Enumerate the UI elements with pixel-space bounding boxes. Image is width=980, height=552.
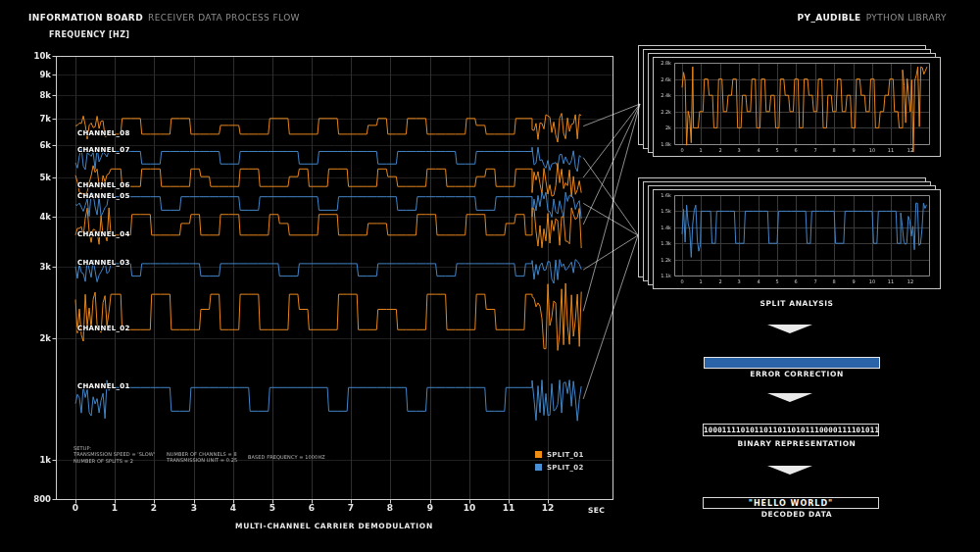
binary-representation-box: 10001111010110110110101110000111101011 xyxy=(703,424,879,436)
card-x-tick-label: 3 xyxy=(733,147,745,153)
card-x-tick-label: 8 xyxy=(828,278,840,284)
decoded-data-box: "HELLO WORLD" xyxy=(703,497,879,509)
y-tick-label: 10k xyxy=(2,51,51,61)
setup-line: NUMBER OF CHANNELS = 8 xyxy=(167,451,237,457)
card-y-tick-label: 2.8k xyxy=(654,60,671,66)
x-tick-label: 5 xyxy=(261,503,284,513)
setup-line: TRANSMISSION UNIT = 0.25 xyxy=(167,457,237,463)
channel-label: CHANNEL_06 xyxy=(77,181,130,189)
y-tick-label: 4k xyxy=(2,212,51,222)
page-subtitle: RECEIVER DATA PROCESS FLOW xyxy=(148,13,300,23)
error-correction-label: ERROR CORRECTION xyxy=(653,370,941,378)
y-tick-label: 7k xyxy=(2,114,51,124)
card-x-tick-label: 2 xyxy=(714,278,726,284)
card-x-tick-label: 4 xyxy=(753,278,764,284)
legend: SPLIT_01 SPLIT_02 xyxy=(535,448,584,474)
card-x-tick-label: 2 xyxy=(714,147,726,153)
x-tick-label: 10 xyxy=(458,503,481,513)
page-title: INFORMATION BOARD xyxy=(28,13,143,23)
x-tick-label: 9 xyxy=(418,503,442,513)
card-x-tick-label: 1 xyxy=(695,147,707,153)
split-analysis-label: SPLIT ANALYSIS xyxy=(653,299,941,308)
card-x-tick-label: 0 xyxy=(676,278,688,284)
card-x-tick-label: 11 xyxy=(885,147,897,153)
x-tick-label: 2 xyxy=(142,503,166,513)
x-axis-unit: SEC xyxy=(588,506,605,515)
y-tick-label: 9k xyxy=(2,70,51,79)
header-right: PY_AUDIBLEPYTHON LIBRARY xyxy=(797,13,947,23)
split-chart-card xyxy=(648,185,936,285)
y-tick-label: 3k xyxy=(2,262,51,272)
information-board: INFORMATION BOARDRECEIVER DATA PROCESS F… xyxy=(0,0,980,552)
legend-label: SPLIT_02 xyxy=(547,464,584,472)
channel-label: CHANNEL_08 xyxy=(77,129,130,137)
channel-label: CHANNEL_03 xyxy=(77,259,130,267)
card-x-tick-label: 10 xyxy=(866,147,878,153)
split-chart-card xyxy=(638,45,926,145)
card-y-tick-label: 2.4k xyxy=(654,92,671,98)
y-tick-label: 2k xyxy=(2,333,51,343)
y-tick-label: 5k xyxy=(2,173,51,182)
flow-arrow-down-icon xyxy=(767,325,812,334)
legend-item-split02: SPLIT_02 xyxy=(535,461,584,474)
card-y-tick-label: 2k xyxy=(654,125,671,130)
split-chart-card xyxy=(643,181,931,281)
setup-annotation-col1: SETUP: TRANSMISSION SPEED = 'SLOW' NUMBE… xyxy=(74,445,155,464)
channel-label: CHANNEL_04 xyxy=(77,230,130,238)
card-x-tick-label: 12 xyxy=(905,278,916,284)
flow-arrow-down-icon xyxy=(767,466,812,476)
card-x-tick-label: 9 xyxy=(848,278,859,284)
card-x-tick-label: 0 xyxy=(676,147,688,153)
card-x-tick-label: 11 xyxy=(885,278,897,284)
card-x-tick-label: 12 xyxy=(905,147,916,153)
card-y-tick-label: 2.2k xyxy=(654,109,671,115)
flow-arrow-down-icon xyxy=(767,393,812,403)
card-x-tick-label: 10 xyxy=(866,278,878,284)
x-axis-title: MULTI-CHANNEL CARRIER DEMODULATION xyxy=(56,522,612,530)
card-y-tick-label: 1.2k xyxy=(654,257,671,263)
split-chart-card xyxy=(643,49,931,149)
x-tick-label: 6 xyxy=(300,503,323,513)
header-left: INFORMATION BOARDRECEIVER DATA PROCESS F… xyxy=(28,13,300,23)
card-x-tick-label: 8 xyxy=(828,147,840,153)
card-x-tick-label: 6 xyxy=(790,278,802,284)
card-y-tick-label: 1.8k xyxy=(654,141,671,147)
binary-representation-label: BINARY REPRESENTATION xyxy=(653,439,941,448)
y-tick-label: 800 xyxy=(2,494,51,504)
board-canvas xyxy=(0,0,980,552)
setup-annotation-col3: BASED FREQUENCY = 1000HZ xyxy=(248,454,325,460)
card-y-tick-label: 2.6k xyxy=(654,76,671,82)
decoded-data-label: DECODED DATA xyxy=(653,510,941,519)
card-frames-layer xyxy=(0,0,980,552)
channel-label: CHANNEL_07 xyxy=(77,146,130,154)
setup-annotation-col2: NUMBER OF CHANNELS = 8 TRANSMISSION UNIT… xyxy=(167,451,237,464)
x-tick-label: 7 xyxy=(339,503,363,513)
split02-swatch-icon xyxy=(535,464,542,471)
split-chart-card xyxy=(648,53,936,153)
card-x-tick-label: 4 xyxy=(753,147,764,153)
split-chart-card xyxy=(653,189,941,289)
setup-line: NUMBER OF SPLITS = 2 xyxy=(74,458,155,464)
card-y-tick-label: 1.5k xyxy=(654,208,671,214)
split01-swatch-icon xyxy=(535,451,542,458)
y-tick-label: 8k xyxy=(2,90,51,100)
card-x-tick-label: 7 xyxy=(809,278,821,284)
setup-line: TRANSMISSION SPEED = 'SLOW' xyxy=(74,451,155,457)
legend-label: SPLIT_01 xyxy=(547,451,584,459)
card-y-tick-label: 1.6k xyxy=(654,192,671,198)
card-x-tick-label: 1 xyxy=(695,278,707,284)
brand-title: PY_AUDIBLE xyxy=(797,13,860,23)
x-tick-label: 3 xyxy=(182,503,206,513)
x-tick-label: 0 xyxy=(64,503,87,513)
x-tick-label: 1 xyxy=(103,503,126,513)
setup-line: BASED FREQUENCY = 1000HZ xyxy=(248,454,325,460)
card-x-tick-label: 3 xyxy=(733,278,745,284)
channel-label: CHANNEL_01 xyxy=(77,382,130,390)
channel-label: CHANNEL_02 xyxy=(77,325,130,332)
card-x-tick-label: 5 xyxy=(771,278,783,284)
brand-subtitle: PYTHON LIBRARY xyxy=(866,13,947,23)
card-y-tick-label: 1.4k xyxy=(654,225,671,230)
y-axis-title: FREQUENCY [HZ] xyxy=(49,30,129,39)
card-x-tick-label: 7 xyxy=(809,147,821,153)
split-chart-card xyxy=(638,177,926,277)
